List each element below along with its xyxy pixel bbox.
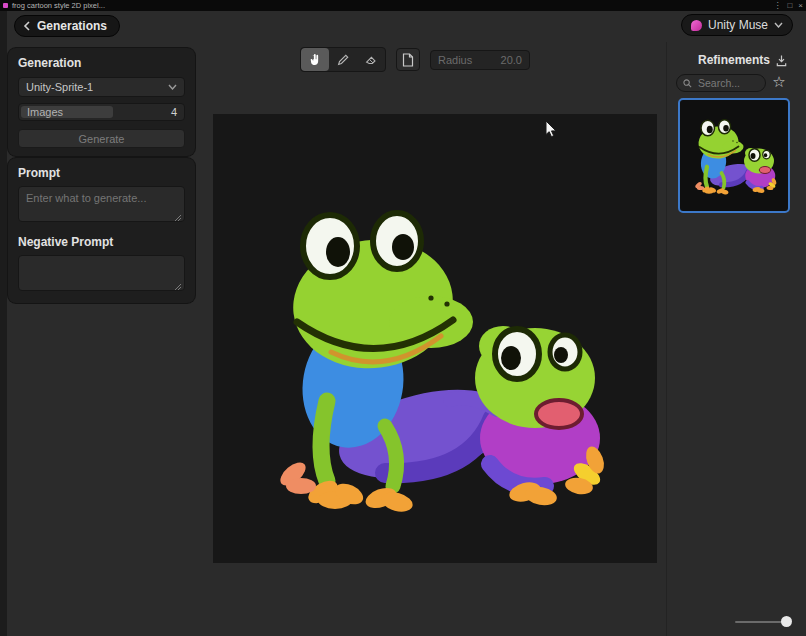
thumbnail-frogs-image: [684, 113, 784, 198]
export-button[interactable]: [772, 51, 790, 69]
search-field[interactable]: [676, 74, 766, 92]
radius-label: Radius: [438, 54, 501, 66]
unity-muse-button[interactable]: Unity Muse: [681, 14, 793, 36]
back-button[interactable]: Generations: [14, 15, 120, 37]
pencil-icon: [336, 53, 350, 67]
eraser-tool-button[interactable]: [357, 48, 385, 71]
radius-value: 20.0: [501, 54, 522, 66]
clear-canvas-button[interactable]: [396, 48, 420, 71]
eraser-icon: [364, 53, 378, 67]
chevron-left-icon: [23, 21, 31, 31]
tool-group: [300, 47, 386, 72]
canvas-toolbar: Radius 20.0: [300, 47, 530, 72]
search-input[interactable]: [696, 76, 759, 90]
search-icon: [683, 79, 692, 88]
generated-frogs-image: [235, 186, 635, 526]
prompt-label: Prompt: [18, 166, 185, 180]
favorite-star-button[interactable]: ☆: [769, 72, 789, 92]
chevron-down-icon: [774, 22, 783, 28]
muse-icon: [691, 20, 702, 31]
model-dropdown[interactable]: Unity-Sprite-1: [18, 77, 185, 97]
window-icon: [3, 3, 8, 8]
pan-tool-button[interactable]: [301, 48, 329, 71]
unity-muse-label: Unity Muse: [708, 18, 768, 32]
zoom-slider-knob[interactable]: [781, 616, 792, 627]
generation-title: Generation: [18, 56, 185, 70]
window-menu-icon[interactable]: ⋮: [773, 0, 781, 11]
negative-prompt-textarea[interactable]: [18, 255, 185, 291]
images-field-label: Images: [27, 106, 63, 118]
chevron-down-icon: [168, 84, 177, 90]
mouse-cursor: [545, 120, 558, 138]
back-button-label: Generations: [37, 19, 107, 33]
model-dropdown-value: Unity-Sprite-1: [26, 81, 168, 93]
hand-icon: [308, 53, 322, 67]
left-edge-strip: [0, 11, 7, 636]
refinement-thumbnail-selected[interactable]: [678, 98, 790, 213]
images-field-label-chip: Images: [21, 106, 113, 118]
download-icon: [775, 54, 788, 67]
brush-tool-button[interactable]: [329, 48, 357, 71]
prompt-panel: Prompt Negative Prompt: [8, 158, 195, 303]
panel-divider: [666, 42, 667, 636]
window-titlebar[interactable]: frog cartoon style 2D pixel... ⋮ □ ×: [0, 0, 806, 11]
prompt-textarea[interactable]: [18, 186, 185, 222]
paper-icon: [402, 53, 414, 67]
refinements-title: Refinements: [698, 53, 770, 67]
window-close-icon[interactable]: ×: [798, 0, 803, 11]
negative-prompt-label: Negative Prompt: [18, 235, 185, 249]
images-field-value: 4: [113, 106, 182, 118]
window-maximize-icon[interactable]: □: [787, 0, 792, 11]
generate-button[interactable]: Generate: [18, 129, 185, 148]
images-count-field[interactable]: Images 4: [18, 103, 185, 121]
app-window: frog cartoon style 2D pixel... ⋮ □ × Gen…: [0, 0, 806, 636]
generation-panel: Generation Unity-Sprite-1 Images 4 Gener…: [8, 48, 195, 156]
window-title: frog cartoon style 2D pixel...: [12, 1, 105, 10]
radius-field[interactable]: Radius 20.0: [430, 50, 530, 70]
zoom-slider-track[interactable]: [735, 621, 785, 623]
canvas[interactable]: [213, 114, 657, 563]
